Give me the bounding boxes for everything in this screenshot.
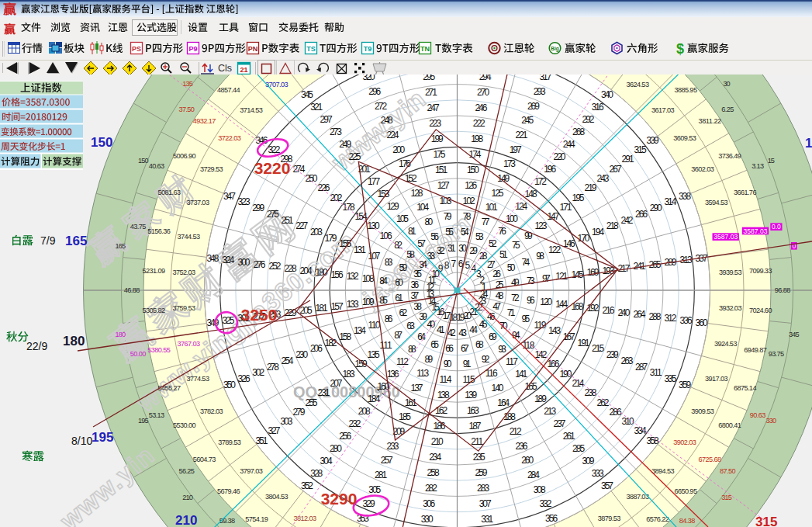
svg-text:306: 306 <box>423 498 435 509</box>
svg-text:305: 305 <box>368 484 381 495</box>
svg-text:7024.60: 7024.60 <box>749 307 772 314</box>
svg-text:60: 60 <box>395 277 403 288</box>
svg-text:95: 95 <box>521 314 530 324</box>
svg-text:181: 181 <box>316 303 328 314</box>
svg-text:15: 15 <box>768 157 775 165</box>
svg-text:22/9: 22/9 <box>26 340 47 352</box>
svg-text:0.0: 0.0 <box>772 223 781 231</box>
svg-text:46.88: 46.88 <box>124 286 140 294</box>
svg-text:286: 286 <box>610 407 622 418</box>
svg-text:49: 49 <box>511 277 520 288</box>
svg-text:150: 150 <box>138 157 149 165</box>
svg-text:37.50: 37.50 <box>178 106 195 113</box>
svg-text:281: 281 <box>375 470 387 480</box>
svg-text:300: 300 <box>238 257 251 268</box>
svg-text:141: 141 <box>515 369 527 380</box>
svg-text:106: 106 <box>380 231 392 241</box>
svg-text:214: 214 <box>572 378 585 389</box>
svg-text:26: 26 <box>492 269 501 279</box>
svg-text:282: 282 <box>425 483 437 494</box>
svg-text:258: 258 <box>427 467 440 478</box>
svg-text:330: 330 <box>421 514 434 525</box>
svg-text:0: 0 <box>792 242 796 250</box>
svg-text:4932.17: 4932.17 <box>193 117 216 125</box>
svg-text:226: 226 <box>318 182 330 193</box>
svg-text:239: 239 <box>606 349 619 360</box>
svg-text:240: 240 <box>617 307 630 318</box>
svg-text:311: 311 <box>650 367 662 378</box>
svg-text:143: 143 <box>548 325 561 336</box>
svg-text:3.13: 3.13 <box>752 162 764 170</box>
svg-text:279: 279 <box>292 407 305 418</box>
svg-text:200: 200 <box>392 144 405 155</box>
svg-text:66: 66 <box>445 343 454 354</box>
svg-text:336: 336 <box>680 315 693 326</box>
svg-text:243: 243 <box>597 173 610 184</box>
svg-text:40.63: 40.63 <box>149 162 165 170</box>
svg-text:3714.53: 3714.53 <box>240 106 263 114</box>
svg-text:218: 218 <box>606 220 619 231</box>
svg-text:227: 227 <box>295 220 308 231</box>
svg-text:339: 339 <box>647 135 659 146</box>
svg-text:54: 54 <box>461 227 469 237</box>
svg-text:86: 86 <box>385 314 393 324</box>
svg-text:326: 326 <box>238 373 251 384</box>
svg-text:41: 41 <box>437 324 445 335</box>
svg-text:197: 197 <box>510 144 522 155</box>
svg-text:186: 186 <box>434 421 446 432</box>
svg-text:348: 348 <box>206 253 219 264</box>
svg-text:97: 97 <box>542 273 551 284</box>
svg-text:6800.41: 6800.41 <box>718 421 741 429</box>
svg-text:252: 252 <box>269 261 282 272</box>
svg-text:172: 172 <box>534 176 547 187</box>
svg-text:352: 352 <box>301 480 313 491</box>
svg-text:3894.53: 3894.53 <box>651 467 675 475</box>
svg-text:170: 170 <box>578 233 590 244</box>
svg-text:269: 269 <box>527 101 540 112</box>
svg-text:5380.55: 5380.55 <box>147 346 171 354</box>
svg-text:261: 261 <box>563 431 575 442</box>
svg-text:192: 192 <box>586 303 599 314</box>
svg-text:182: 182 <box>325 338 337 348</box>
svg-text:138: 138 <box>437 390 450 400</box>
svg-text:219: 219 <box>585 182 597 193</box>
svg-text:190: 190 <box>559 369 572 380</box>
svg-text:351: 351 <box>255 435 268 446</box>
svg-text:133: 133 <box>347 299 359 310</box>
svg-text:3752.03: 3752.03 <box>173 269 196 276</box>
svg-text:128: 128 <box>411 188 423 199</box>
svg-text:5006.90: 5006.90 <box>173 152 196 160</box>
svg-text:315: 315 <box>634 144 647 155</box>
svg-text:3939.53: 3939.53 <box>719 269 742 276</box>
svg-text:3924.53: 3924.53 <box>714 340 738 348</box>
svg-text:315: 315 <box>755 515 777 527</box>
svg-text:268: 268 <box>572 127 585 137</box>
svg-text:Cls: Cls <box>218 63 232 74</box>
svg-text:232: 232 <box>349 418 361 429</box>
svg-text:329: 329 <box>363 498 375 509</box>
svg-text:347: 347 <box>223 191 236 202</box>
svg-text:152: 152 <box>405 173 417 184</box>
svg-text:123: 123 <box>534 220 547 231</box>
svg-text:357: 357 <box>601 480 613 491</box>
svg-text:283: 283 <box>477 483 489 494</box>
svg-text:68: 68 <box>475 339 484 350</box>
svg-text:220: 220 <box>554 151 566 162</box>
svg-text:135: 135 <box>368 349 380 360</box>
svg-text:169: 169 <box>586 267 599 278</box>
svg-text:166: 166 <box>547 359 559 369</box>
svg-text:3617.03: 3617.03 <box>651 106 675 114</box>
svg-text:195: 195 <box>138 417 149 425</box>
svg-text:290: 290 <box>650 203 662 213</box>
svg-text:238: 238 <box>585 387 597 398</box>
svg-text:5: 5 <box>465 260 471 271</box>
svg-text:3812.03: 3812.03 <box>294 515 317 522</box>
svg-text:75: 75 <box>512 240 520 251</box>
svg-text:145: 145 <box>571 269 583 280</box>
svg-text:180: 180 <box>63 334 85 348</box>
svg-text:3804.53: 3804.53 <box>265 493 289 501</box>
svg-text:171: 171 <box>559 202 572 213</box>
svg-text:223: 223 <box>429 118 441 129</box>
svg-text:333: 333 <box>592 468 604 479</box>
svg-text:185: 185 <box>399 411 411 422</box>
